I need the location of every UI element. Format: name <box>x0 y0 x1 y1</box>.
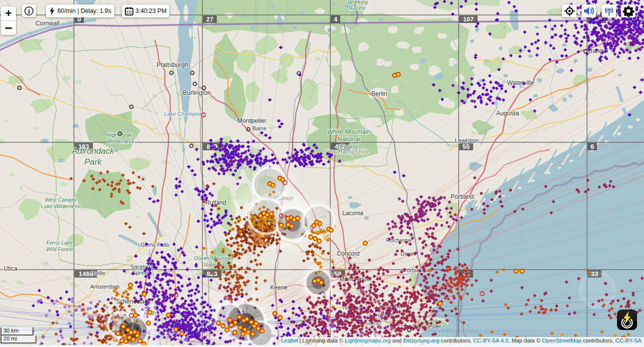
svg-text:Adirondack: Adirondack <box>71 146 115 156</box>
svg-text:Lewiston: Lewiston <box>455 137 478 144</box>
svg-text:Lake Wilderness: Lake Wilderness <box>41 203 80 209</box>
svg-text:Burlington: Burlington <box>183 89 211 96</box>
svg-text:Park: Park <box>84 157 102 167</box>
svg-text:Barre: Barre <box>252 125 266 131</box>
svg-text:Forest: Forest <box>350 5 366 11</box>
svg-text:Augusta: Augusta <box>496 110 519 117</box>
svg-text:Waterville: Waterville <box>507 79 534 86</box>
svg-text:Glens Falls: Glens Falls <box>140 242 169 248</box>
svg-text:Portsmouth: Portsmouth <box>403 267 433 273</box>
svg-text:National: National <box>337 136 361 143</box>
svg-text:i: i <box>28 7 30 14</box>
svg-text:West Canada: West Canada <box>44 197 76 203</box>
svg-text:Wilderness: Wilderness <box>107 138 134 144</box>
svg-text:Berlin: Berlin <box>371 90 387 97</box>
svg-text:Montpelier: Montpelier <box>237 117 266 124</box>
svg-text:Forest: Forest <box>340 143 358 150</box>
svg-text:107: 107 <box>463 15 474 23</box>
svg-text:27: 27 <box>206 15 213 23</box>
svg-text:Laconia: Laconia <box>342 210 363 217</box>
svg-text:Ferris Lake: Ferris Lake <box>46 240 73 246</box>
svg-text:4: 4 <box>334 15 338 23</box>
svg-text:White Mountain: White Mountain <box>327 128 371 135</box>
svg-text:Wild Forest: Wild Forest <box>46 246 73 252</box>
svg-text:Plattsburgh: Plattsburgh <box>156 61 188 68</box>
svg-text:Cornwall: Cornwall <box>35 20 60 27</box>
svg-text:Utica: Utica <box>3 265 17 272</box>
svg-text:Working: Working <box>348 0 368 5</box>
